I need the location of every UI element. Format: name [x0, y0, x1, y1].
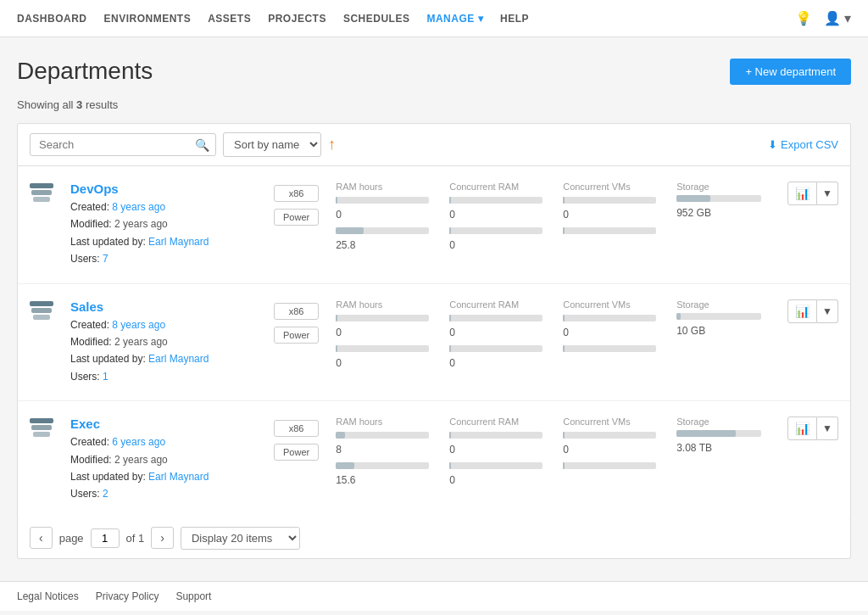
dept-tags: x86 Power [274, 185, 319, 226]
dept-meta: Created: 8 years ago Modified: 2 years a… [70, 198, 257, 268]
display-items-select[interactable]: Display 20 items Display 50 items Displa… [181, 527, 300, 550]
tag-power[interactable]: Power [274, 209, 319, 226]
tag-x86[interactable]: x86 [274, 185, 319, 202]
chart-button[interactable]: 📊 [787, 417, 817, 440]
legal-notices-link[interactable]: Legal Notices [17, 590, 79, 602]
sort-direction-icon[interactable]: ↑ [328, 136, 336, 154]
concurrent-vms-bar1 [563, 197, 656, 204]
tag-power[interactable]: Power [274, 327, 319, 344]
storage-bar [676, 313, 761, 320]
users-count[interactable]: 7 [103, 253, 108, 265]
toolbar: 🔍 Sort by name Sort by date Sort by size… [17, 123, 851, 165]
export-csv-button[interactable]: ⬇ Export CSV [768, 138, 838, 151]
ram-hours-bar1 [336, 315, 429, 321]
nav-schedules[interactable]: SCHEDULES [343, 13, 410, 25]
dept-stack-icon [30, 301, 53, 320]
concurrent-ram-bar1 [449, 315, 542, 321]
concurrent-ram-bar2 [449, 227, 542, 234]
concurrent-vms-label: Concurrent VMs [563, 299, 656, 310]
chart-button[interactable]: 📊 [787, 299, 817, 323]
tag-x86[interactable]: x86 [274, 420, 319, 437]
prev-page-button[interactable]: ‹ [30, 527, 53, 549]
nav-environments[interactable]: ENVIRONMENTS [104, 13, 192, 25]
nav-projects[interactable]: PROJECTS [268, 13, 326, 25]
table-row: DevOps Created: 8 years ago Modified: 2 … [18, 166, 850, 284]
page-number-input[interactable] [91, 528, 120, 548]
created-value: 8 years ago [112, 319, 165, 331]
search-icon: 🔍 [195, 138, 209, 152]
main-nav: DASHBOARD ENVIRONMENTS ASSETS PROJECTS S… [0, 0, 868, 37]
storage-value: 10 GB [676, 325, 761, 337]
nav-help[interactable]: HELP [500, 13, 529, 25]
concurrent-ram-col: Concurrent RAM 0 0 [449, 182, 542, 251]
storage-col: Storage 10 GB [676, 299, 761, 369]
updated-by-value[interactable]: Earl Maynard [148, 236, 209, 248]
ram-hours-col: RAM hours 0 0 [336, 299, 429, 369]
dept-name-link[interactable]: Sales [70, 299, 103, 314]
ram-hours-bar2 [336, 462, 429, 469]
updated-by-value[interactable]: Earl Maynard [148, 353, 209, 365]
concurrent-ram-label: Concurrent RAM [449, 417, 542, 427]
new-department-button[interactable]: + New department [730, 59, 851, 85]
concurrent-ram-val1: 0 [449, 209, 542, 221]
concurrent-vms-bar2 [563, 462, 656, 469]
concurrent-vms-label: Concurrent VMs [563, 182, 656, 192]
dept-actions: 📊 ▼ [787, 417, 838, 440]
nav-assets[interactable]: ASSETS [208, 13, 251, 25]
storage-bar [676, 195, 761, 202]
user-menu-icon[interactable]: 👤 ▾ [824, 10, 851, 26]
tag-x86[interactable]: x86 [274, 303, 319, 320]
nav-dashboard[interactable]: DASHBOARD [17, 13, 87, 25]
concurrent-ram-val2: 0 [449, 357, 542, 369]
ram-hours-val1: 0 [336, 209, 429, 221]
created-value: 6 years ago [112, 436, 165, 448]
nav-right: 💡 👤 ▾ [795, 10, 851, 26]
results-count: Showing all 3 results [17, 98, 851, 111]
storage-label: Storage [676, 299, 761, 310]
modified-value: 2 years ago [114, 454, 168, 466]
page-header: Departments + New department [17, 58, 851, 85]
sort-select[interactable]: Sort by name Sort by date Sort by size [223, 132, 321, 157]
privacy-policy-link[interactable]: Privacy Policy [96, 590, 159, 602]
concurrent-vms-bar1 [563, 432, 656, 439]
storage-value: 3.08 TB [676, 442, 761, 454]
actions-group: 📊 ▼ [787, 182, 838, 205]
ram-hours-val1: 8 [336, 444, 429, 456]
concurrent-vms-bar2 [563, 227, 656, 234]
concurrent-vms-col: Concurrent VMs 0 [563, 417, 656, 486]
actions-dropdown-button[interactable]: ▼ [817, 182, 838, 205]
nav-manage[interactable]: MANAGE ▾ [426, 13, 483, 25]
dept-meta: Created: 6 years ago Modified: 2 years a… [70, 433, 257, 503]
ram-hours-bar2 [336, 227, 429, 234]
concurrent-ram-col: Concurrent RAM 0 0 [449, 417, 542, 486]
concurrent-vms-label: Concurrent VMs [563, 417, 656, 427]
ram-hours-col: RAM hours 8 15.6 [336, 417, 429, 486]
users-count[interactable]: 2 [103, 488, 108, 500]
dept-name-link[interactable]: Exec [70, 417, 100, 431]
ram-hours-val2: 0 [336, 357, 429, 369]
results-suffix: results [82, 98, 118, 111]
dept-name-link[interactable]: DevOps [70, 182, 119, 196]
page-label: page [59, 532, 84, 545]
actions-dropdown-button[interactable]: ▼ [817, 299, 838, 323]
concurrent-ram-bar2 [449, 462, 542, 469]
actions-dropdown-button[interactable]: ▼ [817, 417, 838, 440]
next-page-button[interactable]: › [151, 527, 174, 549]
search-input[interactable] [30, 133, 216, 156]
ram-hours-label: RAM hours [336, 299, 429, 310]
concurrent-vms-val1: 0 [563, 444, 656, 456]
chart-button[interactable]: 📊 [787, 182, 817, 205]
updated-by-value[interactable]: Earl Maynard [148, 471, 209, 483]
dept-tags: x86 Power [274, 303, 319, 344]
notifications-icon[interactable]: 💡 [795, 10, 812, 26]
ram-hours-bar1 [336, 432, 429, 439]
users-count[interactable]: 1 [103, 371, 108, 383]
page-title: Departments [17, 58, 153, 85]
ram-hours-val1: 0 [336, 327, 429, 338]
tag-power[interactable]: Power [274, 444, 319, 461]
dept-meta: Created: 8 years ago Modified: 2 years a… [70, 316, 257, 386]
footer: Legal Notices Privacy Policy Support [0, 581, 868, 611]
support-link[interactable]: Support [175, 590, 211, 602]
search-wrap: 🔍 [30, 133, 216, 156]
dept-actions: 📊 ▼ [787, 182, 838, 205]
